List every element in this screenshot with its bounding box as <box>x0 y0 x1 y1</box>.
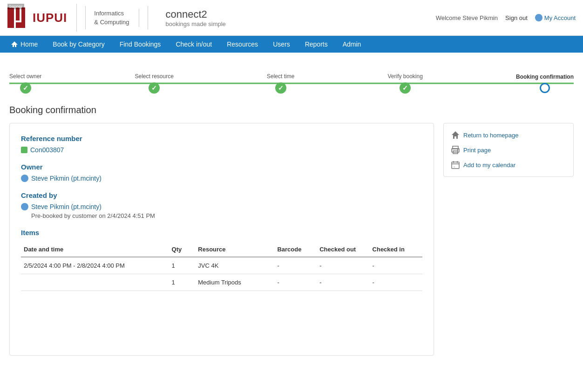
iupui-wordmark: IUPUI <box>33 11 67 25</box>
cell-resource: Medium Tripods <box>195 274 274 291</box>
nav-home[interactable]: Home <box>4 36 45 53</box>
header-left: banner IUPUI Informatics & Computing con… <box>7 4 226 32</box>
user-icon <box>535 14 542 21</box>
logo-divider <box>85 6 86 29</box>
owner-person-icon <box>21 175 28 182</box>
home-icon <box>11 41 18 47</box>
items-section: Items Date and time Qty Resource Barcode… <box>21 229 422 291</box>
nav-find-bookings[interactable]: Find Bookings <box>112 36 169 53</box>
cell-barcode: - <box>274 257 317 274</box>
print-page-link[interactable]: Print page <box>451 146 566 154</box>
svg-rect-0 <box>7 7 14 28</box>
cell-checked-in: - <box>370 257 422 274</box>
header-qty: Qty <box>169 242 196 257</box>
print-icon <box>451 146 460 154</box>
step-select-time: Select time ✓ <box>267 73 294 94</box>
header: banner IUPUI Informatics & Computing con… <box>0 0 583 36</box>
nav-users[interactable]: Users <box>265 36 298 53</box>
items-table-body: 2/5/2024 4:00 PM - 2/8/2024 4:00 PM 1 JV… <box>21 257 422 291</box>
cell-checked-in: - <box>370 274 422 291</box>
header-resource: Resource <box>195 242 274 257</box>
step-circle-5 <box>540 83 550 93</box>
step-circle-2: ✓ <box>149 82 160 94</box>
reference-link[interactable]: Con003807 <box>21 146 422 154</box>
banner-label: banner <box>7 4 24 9</box>
sign-out-link[interactable]: Sign out <box>505 14 528 21</box>
iupui-logo: banner IUPUI <box>7 4 77 32</box>
header-barcode: Barcode <box>274 242 317 257</box>
my-account-link[interactable]: My Account <box>535 14 576 21</box>
logo-divider2 <box>148 6 148 29</box>
owner-label: Owner <box>21 163 422 171</box>
ref-icon <box>21 147 27 153</box>
progress-bar: Select owner ✓ Select resource ✓ Select … <box>9 73 574 94</box>
informatics-text: Informatics & Computing <box>94 9 139 27</box>
main-layout: Reference number Con003807 Owner Steve P… <box>9 123 574 356</box>
cell-date-time: 2/5/2024 4:00 PM - 2/8/2024 4:00 PM <box>21 257 169 274</box>
navbar: Home Book by Category Find Bookings Chec… <box>0 36 583 53</box>
calendar-icon: + <box>451 161 460 169</box>
booking-card: Reference number Con003807 Owner Steve P… <box>9 123 434 356</box>
header-right: Welcome Steve Pikmin Sign out My Account <box>436 14 576 21</box>
header-checked-out: Checked out <box>317 242 369 257</box>
cell-date-time <box>21 274 169 291</box>
svg-rect-3 <box>16 22 25 28</box>
connect2-branding: connect2 bookings made simple <box>156 8 226 27</box>
sidebar-card: Return to homepage Print page + <box>443 123 574 177</box>
owner-link[interactable]: Steve Pikmin (pt.mcinty) <box>21 175 422 182</box>
table-row: 2/5/2024 4:00 PM - 2/8/2024 4:00 PM 1 JV… <box>21 257 422 274</box>
created-by-label: Created by <box>21 191 422 199</box>
cell-barcode: - <box>274 274 317 291</box>
nav-check-in-out[interactable]: Check in/out <box>168 36 219 53</box>
home-sidebar-icon <box>451 131 460 139</box>
header-checked-in: Checked in <box>370 242 422 257</box>
connect2-subtitle: bookings made simple <box>166 20 226 27</box>
step-circle-1: ✓ <box>20 82 31 94</box>
cell-qty: 1 <box>169 257 196 274</box>
svg-point-9 <box>457 149 458 150</box>
cell-checked-out: - <box>317 274 369 291</box>
step-select-resource: Select resource ✓ <box>135 73 174 94</box>
cell-resource: JVC 4K <box>195 257 274 274</box>
svg-rect-1 <box>16 7 20 20</box>
step-select-owner: Select owner ✓ <box>9 73 41 94</box>
header-row: Date and time Qty Resource Barcode Check… <box>21 242 422 257</box>
reference-label: Reference number <box>21 135 422 142</box>
progress-section: Select owner ✓ Select resource ✓ Select … <box>0 53 583 97</box>
table-row: 1 Medium Tripods - - - <box>21 274 422 291</box>
pre-booked-text: Pre-booked by customer on 2/4/2024 4:51 … <box>31 212 422 219</box>
svg-marker-5 <box>452 131 459 139</box>
page-content: Booking confirmation Reference number Co… <box>0 97 583 363</box>
cell-qty: 1 <box>169 274 196 291</box>
page-title: Booking confirmation <box>9 105 574 115</box>
svg-text:+: + <box>454 165 455 168</box>
svg-rect-10 <box>452 162 459 169</box>
return-homepage-link[interactable]: Return to homepage <box>451 131 566 139</box>
welcome-text: Welcome Steve Pikmin <box>436 14 498 21</box>
nav-admin[interactable]: Admin <box>335 36 369 53</box>
created-by-link[interactable]: Steve Pikmin (pt.mcinty) <box>21 203 422 210</box>
step-circle-4: ✓ <box>400 82 411 94</box>
created-by-person-icon <box>21 203 28 210</box>
connect2-title: connect2 <box>166 8 226 20</box>
nav-reports[interactable]: Reports <box>298 36 335 53</box>
cell-checked-out: - <box>317 257 369 274</box>
created-by-section: Steve Pikmin (pt.mcinty) Pre-booked by c… <box>21 203 422 219</box>
nav-resources[interactable]: Resources <box>219 36 265 53</box>
step-verify-booking: Verify booking ✓ <box>387 73 422 94</box>
svg-marker-4 <box>11 41 18 47</box>
items-label: Items <box>21 229 422 237</box>
items-table: Date and time Qty Resource Barcode Check… <box>21 242 422 291</box>
add-calendar-link[interactable]: + Add to my calendar <box>451 161 566 169</box>
items-table-header: Date and time Qty Resource Barcode Check… <box>21 242 422 257</box>
header-date-time: Date and time <box>21 242 169 257</box>
nav-book-by-category[interactable]: Book by Category <box>45 36 112 53</box>
step-circle-3: ✓ <box>275 82 286 94</box>
step-booking-confirmation: Booking confirmation <box>516 74 574 93</box>
